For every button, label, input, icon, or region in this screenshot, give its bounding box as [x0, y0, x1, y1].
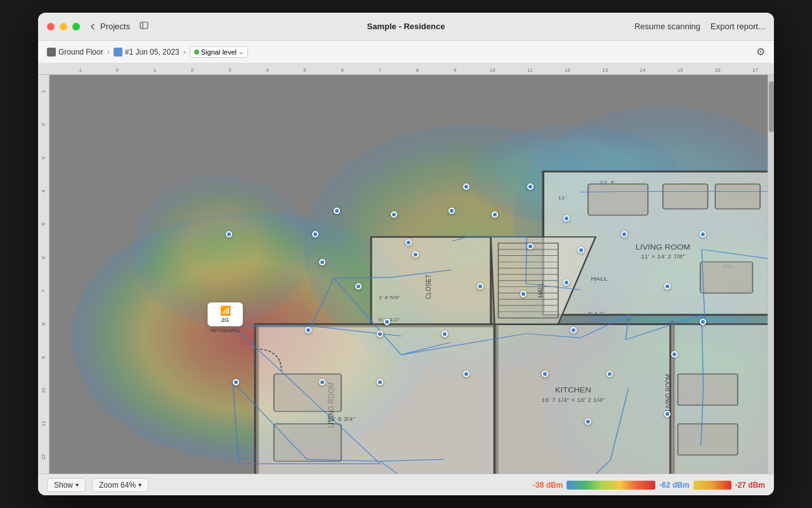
map-area: 1 2 3 4 5 6 7 8 9 10 11 12 — [38, 75, 774, 474]
measurement-dot[interactable] — [377, 379, 383, 385]
close-button[interactable] — [47, 23, 55, 30]
ruler-h-mark: 4 — [249, 67, 286, 73]
measurement-dot[interactable] — [578, 247, 584, 253]
ap-name: NETGEAR01 — [210, 328, 240, 333]
chevron-left-icon — [88, 22, 98, 32]
sidebar-icon — [139, 20, 149, 30]
signal-level-badge[interactable]: Signal level ⌄ — [190, 46, 248, 58]
ruler-horizontal: -1 0 1 2 3 4 5 6 7 8 9 10 11 12 13 14 15… — [38, 64, 774, 75]
measurement-dot[interactable] — [527, 184, 534, 190]
ruler-v-mark: 7 — [41, 274, 46, 307]
ruler-h-mark: 7 — [361, 67, 398, 73]
signal-legend: -38 dBm -62 dBm -27 dBm — [533, 481, 765, 490]
measurement-dot[interactable] — [319, 259, 325, 265]
measurement-dot[interactable] — [355, 283, 362, 290]
ruler-h-mark: 17 — [737, 67, 774, 73]
measurement-dot[interactable] — [449, 208, 455, 214]
back-nav: Projects — [88, 20, 149, 33]
ruler-h-marks: -1 0 1 2 3 4 5 6 7 8 9 10 11 12 13 14 15… — [61, 67, 774, 73]
sidebar-toggle[interactable] — [139, 20, 149, 33]
measurement-dot[interactable] — [570, 327, 577, 333]
breadcrumb-sep-2: › — [183, 48, 186, 57]
measurement-dot[interactable] — [621, 231, 627, 237]
bottom-bar: Show ▾ Zoom 64% ▾ -38 dBm -62 dBm -27 dB… — [38, 474, 774, 495]
show-button[interactable]: Show ▾ — [47, 478, 86, 492]
signal-level-label: Signal level — [201, 48, 237, 56]
measurement-dot[interactable] — [442, 331, 448, 337]
map-container[interactable]: LIVING ROOM 15' 8 3/4" KITCHEN 16' 7 1/4… — [49, 75, 768, 474]
measurement-dots — [49, 75, 768, 474]
ruler-h-mark: 12 — [549, 67, 586, 73]
show-label: Show — [54, 481, 73, 490]
measurement-dot[interactable] — [233, 379, 239, 385]
ruler-h-mark: 1 — [136, 67, 173, 73]
ruler-v-mark: 6 — [41, 241, 46, 274]
measurement-dot[interactable] — [477, 283, 483, 290]
scrollbar-thumb[interactable] — [769, 81, 774, 132]
ruler-v-mark: 2 — [41, 108, 46, 141]
breadcrumb-floor[interactable]: Ground Floor — [47, 48, 103, 57]
vertical-scrollbar[interactable] — [768, 75, 774, 474]
measurement-dot[interactable] — [492, 211, 498, 218]
measurement-dot[interactable] — [606, 371, 613, 377]
measurement-dot[interactable] — [384, 319, 390, 325]
chevron-down-icon: ⌄ — [239, 48, 244, 55]
measurement-dot[interactable] — [463, 371, 469, 377]
legend-mid-value: -62 dBm — [659, 481, 689, 490]
ruler-h-mark: 0 — [98, 67, 136, 73]
legend-gradient-bar-2 — [693, 481, 731, 490]
ap-band: 2G — [221, 317, 229, 323]
ap-box: 📶 2G — [207, 302, 243, 326]
measurement-dot[interactable] — [700, 231, 706, 237]
measurement-dot[interactable] — [563, 279, 570, 286]
measurement-dot[interactable] — [542, 371, 548, 377]
measurement-dot[interactable] — [664, 283, 671, 290]
measurement-dot[interactable] — [585, 418, 591, 425]
minimize-button[interactable] — [60, 23, 67, 30]
signal-dot-icon — [194, 50, 199, 55]
zoom-label: Zoom 64% — [99, 481, 136, 490]
ruler-v-mark: 3 — [41, 142, 46, 175]
zoom-chevron-icon: ▾ — [138, 481, 141, 488]
resume-scanning-button[interactable]: Resume scanning — [634, 22, 700, 31]
measurement-dot[interactable] — [671, 351, 678, 358]
zoom-button[interactable]: Zoom 64% ▾ — [92, 478, 148, 492]
ruler-v-mark: 11 — [41, 407, 46, 440]
ruler-h-mark: 8 — [398, 67, 436, 73]
measurement-dot[interactable] — [405, 239, 412, 246]
measurement-dot[interactable] — [334, 208, 340, 214]
breadcrumb-sep-1: › — [107, 48, 110, 57]
maximize-button[interactable] — [72, 23, 80, 30]
legend-gradient-bar — [566, 481, 655, 490]
titlebar-actions: Resume scanning Export report... — [634, 22, 765, 31]
titlebar: Projects Sample - Residence Resume scann… — [38, 13, 774, 41]
breadcrumb-scan[interactable]: #1 Jun 05, 2023 — [114, 48, 180, 57]
projects-label: Projects — [100, 22, 130, 31]
ruler-h-mark: 6 — [324, 67, 361, 73]
measurement-dot[interactable] — [664, 411, 671, 417]
measurement-dot[interactable] — [312, 231, 318, 237]
measurement-dot[interactable] — [563, 215, 570, 222]
ruler-v-mark: 10 — [41, 374, 46, 407]
measurement-dot[interactable] — [463, 184, 469, 190]
measurement-dot[interactable] — [226, 231, 232, 237]
measurement-dot[interactable] — [700, 319, 706, 325]
measurement-dot[interactable] — [305, 327, 311, 333]
measurement-dot[interactable] — [412, 251, 419, 258]
measurement-dot[interactable] — [319, 379, 325, 385]
back-button[interactable]: Projects — [88, 22, 130, 32]
measurement-dot[interactable] — [520, 291, 527, 297]
measurement-dot[interactable] — [527, 243, 534, 250]
breadcrumb-floor-label: Ground Floor — [58, 48, 103, 57]
export-report-button[interactable]: Export report... — [710, 22, 765, 31]
ruler-h-mark: 16 — [699, 67, 737, 73]
ruler-h-mark: 13 — [586, 67, 624, 73]
ruler-h-mark: 2 — [173, 67, 211, 73]
window-title: Sample - Residence — [367, 22, 445, 31]
filter-button[interactable]: ⚙ — [756, 46, 765, 58]
ruler-v-mark: 5 — [41, 208, 46, 241]
measurement-dot[interactable] — [377, 331, 383, 337]
show-chevron-icon: ▾ — [75, 481, 79, 488]
ap-marker[interactable]: 📶 2G NETGEAR01 — [207, 302, 243, 333]
measurement-dot[interactable] — [391, 211, 397, 218]
